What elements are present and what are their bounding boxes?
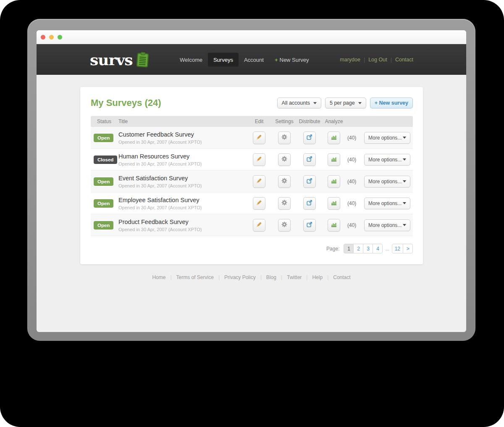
distribute-button[interactable] <box>303 219 316 232</box>
separator: | <box>364 57 365 63</box>
nav-welcome[interactable]: Welcome <box>174 53 208 66</box>
response-count[interactable]: (40) <box>346 222 364 228</box>
more-options-button[interactable]: More options... <box>364 132 410 144</box>
footer-link-blog[interactable]: Blog <box>266 274 276 280</box>
zoom-button[interactable] <box>58 35 62 40</box>
nav-account[interactable]: Account <box>239 53 269 66</box>
next-page-button[interactable]: > <box>403 244 413 253</box>
pencil-icon <box>256 199 262 208</box>
surveys-table: Status Title Edit Settings Distribute An… <box>91 116 413 236</box>
card-header: My Surveys (24) All accounts 5 per page … <box>91 98 413 108</box>
page-button-2[interactable]: 2 <box>353 244 363 253</box>
pagination-ellipsis: ... <box>383 246 391 251</box>
page-button-last[interactable]: 12 <box>392 244 403 253</box>
app-logo[interactable]: survs <box>90 52 149 67</box>
settings-button[interactable] <box>278 132 291 144</box>
close-button[interactable] <box>41 35 45 40</box>
more-options-button[interactable]: More options... <box>364 219 410 231</box>
share-icon <box>306 134 313 142</box>
logo-text: survs <box>90 52 133 67</box>
col-edit: Edit <box>247 119 272 124</box>
col-settings: Settings <box>272 119 297 124</box>
footer-link-privacy[interactable]: Privacy Policy <box>224 274 256 280</box>
survey-title: Customer Feedback Survey <box>118 131 247 138</box>
bar-chart-icon <box>331 156 337 164</box>
chevron-down-icon <box>313 102 317 104</box>
username-link[interactable]: marydoe <box>340 57 360 63</box>
nav-surveys[interactable]: Surveys <box>208 53 239 66</box>
analyze-button[interactable] <box>328 153 340 166</box>
edit-button[interactable] <box>253 175 265 188</box>
pencil-icon <box>256 134 262 142</box>
gear-icon <box>281 221 288 229</box>
page-button-3[interactable]: 3 <box>363 244 373 253</box>
survey-title: Event Satisfaction Survey <box>118 175 247 182</box>
analyze-button[interactable] <box>328 219 340 232</box>
footer-link-contact[interactable]: Contact <box>333 274 350 280</box>
settings-button[interactable] <box>278 219 291 232</box>
list-controls: All accounts 5 per page + New survey <box>277 98 413 108</box>
settings-button[interactable] <box>278 175 291 188</box>
analyze-button[interactable] <box>328 132 340 144</box>
response-count[interactable]: (40) <box>346 179 364 185</box>
browser-window: survs Welc <box>37 30 466 332</box>
per-page-dropdown[interactable]: 5 per page <box>325 98 366 108</box>
chevron-down-icon <box>403 180 406 182</box>
minimize-button[interactable] <box>49 35 54 40</box>
pencil-icon <box>256 177 262 186</box>
logout-link[interactable]: Log Out <box>368 57 387 63</box>
accounts-filter-dropdown[interactable]: All accounts <box>277 98 321 108</box>
settings-button[interactable] <box>278 153 291 166</box>
more-options-button[interactable]: More options... <box>364 154 410 166</box>
status-badge: Open <box>94 177 113 186</box>
analyze-button[interactable] <box>328 175 340 188</box>
window-titlebar <box>37 30 466 44</box>
gear-icon <box>281 199 288 208</box>
response-count[interactable]: (40) <box>346 200 364 206</box>
footer-link-help[interactable]: Help <box>312 274 323 280</box>
status-badge: Closed <box>94 156 117 164</box>
response-count[interactable]: (40) <box>346 135 364 141</box>
plus-icon: + <box>275 56 278 63</box>
distribute-button[interactable] <box>303 175 316 188</box>
browser-window-frame: survs Welc <box>27 19 475 341</box>
footer-link-terms[interactable]: Terms of Service <box>176 274 214 280</box>
table-row: Open Event Satisfaction SurveyOpened in … <box>91 171 413 192</box>
new-survey-button[interactable]: + New survey <box>370 98 413 108</box>
chevron-down-icon <box>403 158 406 161</box>
distribute-button[interactable] <box>303 153 316 166</box>
gear-icon <box>281 134 288 142</box>
footer-link-home[interactable]: Home <box>152 274 165 280</box>
page-content: My Surveys (24) All accounts 5 per page … <box>37 75 466 332</box>
distribute-button[interactable] <box>303 132 316 144</box>
response-count[interactable]: (40) <box>346 157 364 163</box>
col-distribute: Distribute <box>297 119 322 124</box>
edit-button[interactable] <box>253 153 265 166</box>
pagination: Page: 1 2 3 4 ... 12 > <box>91 244 413 253</box>
bar-chart-icon <box>331 221 337 229</box>
share-icon <box>306 177 313 186</box>
contact-link[interactable]: Contact <box>395 57 413 63</box>
survey-subtitle: Opened in 30 Apr, 2007 (Account XPTO) <box>118 183 247 188</box>
more-options-button[interactable]: More options... <box>364 198 410 209</box>
edit-button[interactable] <box>253 197 265 210</box>
edit-button[interactable] <box>253 132 265 144</box>
nav-new-survey[interactable]: +New Survey <box>269 53 315 66</box>
pencil-icon <box>256 156 262 164</box>
table-row: Open Customer Feedback SurveyOpened in 3… <box>91 127 413 149</box>
settings-button[interactable] <box>278 197 291 210</box>
page-button-4[interactable]: 4 <box>373 244 383 253</box>
main-nav: Welcome Surveys Account +New Survey <box>174 53 315 66</box>
gear-icon <box>281 177 288 186</box>
bar-chart-icon <box>331 134 337 142</box>
analyze-button[interactable] <box>328 197 340 210</box>
chevron-down-icon <box>403 137 406 139</box>
survey-subtitle: Opened in 30 Apr, 2007 (Account XPTO) <box>118 161 247 166</box>
pagination-label: Page: <box>326 246 339 252</box>
edit-button[interactable] <box>253 219 265 232</box>
distribute-button[interactable] <box>303 197 316 210</box>
app-header: survs Welc <box>37 44 466 75</box>
page-button-1[interactable]: 1 <box>344 244 354 253</box>
footer-link-twitter[interactable]: Twitter <box>287 274 302 280</box>
more-options-button[interactable]: More options... <box>364 176 410 187</box>
